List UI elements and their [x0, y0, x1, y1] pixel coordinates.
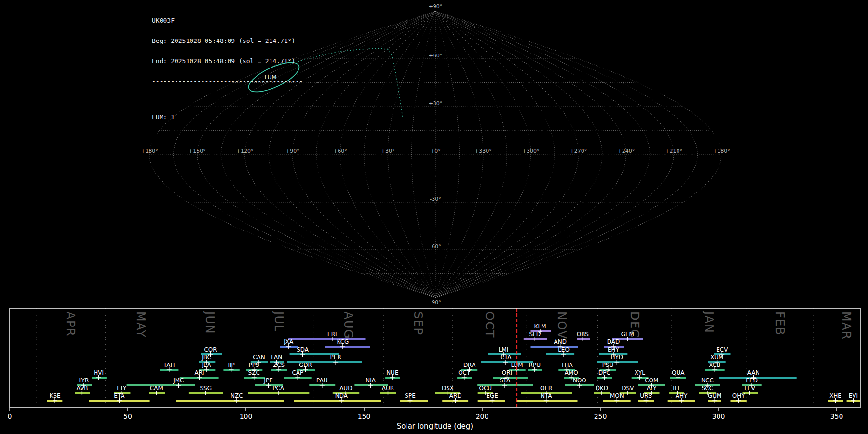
- grid-meridian: [435, 11, 650, 298]
- shower-GUM: GUM: [708, 393, 721, 403]
- shower-CTA: CTA: [481, 354, 533, 365]
- shower-code-label: NCC: [701, 377, 714, 384]
- lon-label: +240°: [617, 148, 635, 154]
- shower-code-label: DKD: [596, 385, 608, 392]
- shower-code-label: OHY: [732, 393, 745, 399]
- shower-code-label: TAH: [163, 362, 175, 368]
- shower-code-label: GUM: [708, 393, 721, 399]
- shower-IIP: IIP: [223, 362, 239, 372]
- shower-SSG: SSG: [189, 385, 223, 395]
- shower-code-label: OCT: [458, 369, 471, 376]
- lon-label: +210°: [665, 148, 682, 154]
- lon-label: +30°: [381, 148, 395, 154]
- shower-code-label: PER: [330, 354, 341, 361]
- shower-code-label: STA: [500, 377, 511, 384]
- shower-AND: AND: [531, 339, 578, 349]
- axis-tick-label: 250: [594, 412, 607, 420]
- shower-code-label: JEA: [201, 362, 211, 368]
- axis-tick-label: 300: [712, 412, 725, 420]
- shower-code-label: PAU: [316, 377, 327, 384]
- shower-XHE: XHE: [828, 393, 843, 403]
- shower-code-label: NTA: [541, 393, 552, 399]
- shower-code-label: OBS: [577, 331, 589, 338]
- shower-code-label: DSX: [442, 385, 454, 392]
- grid-meridian: [435, 11, 555, 298]
- shower-code-label: AAN: [747, 369, 760, 376]
- info-panel: UK003F Beg: 20251028 05:48:09 (sol = 214…: [152, 4, 303, 134]
- shower-XCB: XCB: [705, 362, 725, 372]
- shower-code-label: SCC: [702, 385, 713, 392]
- shower-NTA: NTA: [516, 393, 578, 403]
- shower-code-label: EVI: [849, 393, 858, 399]
- shower-CAM: CAM: [149, 385, 165, 395]
- month-label-JUL: JUL: [272, 311, 285, 332]
- lon-label: +300°: [522, 148, 540, 154]
- shower-code-label: ZCS: [273, 362, 285, 368]
- month-label-NOV: NOV: [555, 312, 569, 339]
- shower-code-label: AUR: [382, 385, 394, 392]
- shower-NZC: NZC: [176, 393, 284, 403]
- shower-code-label: SZC: [248, 369, 260, 376]
- shower-code-label: FED: [746, 377, 758, 384]
- shower-code-label: AVB: [76, 385, 88, 392]
- shower-OCT: OCT: [457, 369, 472, 380]
- shower-code-label: DSV: [622, 385, 634, 392]
- activity-timeline: APRMAYJUNJULAUGSEPOCTNOVDECJANFEBMARKLME…: [8, 308, 860, 431]
- shower-code-label: FEV: [744, 385, 755, 392]
- shower-code-label: LYR: [79, 377, 89, 384]
- shower-QUA: QUA: [670, 369, 686, 380]
- shower-code-label: QUA: [672, 369, 685, 376]
- shower-DPC: DPC: [597, 369, 612, 380]
- shower-code-label: COR: [204, 346, 217, 353]
- shower-code-label: MON: [610, 393, 624, 399]
- shower-code-label: CTA: [501, 354, 512, 361]
- shower-CAP: CAP: [284, 369, 311, 380]
- shower-code-label: ARI: [194, 369, 204, 376]
- beg-line: Beg: 20251028 05:48:09 (sol = 214.71°): [152, 38, 303, 44]
- shower-code-label: LEO: [558, 346, 570, 353]
- axis-tick-label: 100: [240, 412, 253, 420]
- month-label-FEB: FEB: [773, 312, 787, 336]
- grid-meridian: [435, 11, 483, 298]
- lat-label: +30°: [429, 100, 443, 107]
- shower-code-label: GDR: [299, 362, 312, 368]
- shower-OHY: OHY: [731, 393, 747, 403]
- axis-tick-label: 150: [358, 412, 371, 420]
- shower-MON: MON: [603, 393, 630, 403]
- shower-LEO: LEO: [546, 346, 574, 357]
- month-label-APR: APR: [64, 312, 77, 337]
- month-label-OCT: OCT: [483, 312, 496, 338]
- shower-KCG: KCG: [325, 339, 370, 349]
- shower-code-label: THA: [560, 362, 573, 368]
- shower-code-label: JPE: [263, 377, 272, 384]
- shower-PER: PER: [287, 354, 362, 365]
- pole-label-north: +90°: [429, 3, 443, 10]
- shower-code-label: ARD: [449, 393, 462, 399]
- shower-code-label: HYD: [611, 354, 624, 361]
- axis-tick-label: 200: [476, 412, 489, 420]
- shower-code-label: AUD: [339, 385, 352, 392]
- shower-TAH: TAH: [160, 362, 178, 372]
- shower-code-label: NOO: [573, 377, 586, 384]
- shower-code-label: ILE: [673, 385, 681, 392]
- shower-code-label: OER: [540, 385, 552, 392]
- shower-code-label: XUM: [710, 354, 723, 361]
- lon-label: +0°: [430, 148, 441, 154]
- shower-code-label: RPU: [529, 362, 541, 368]
- shower-PCA: PCA: [248, 385, 309, 395]
- shower-NUE: NUE: [385, 369, 400, 380]
- shower-code-label: AND: [554, 339, 566, 345]
- shower-ARD: ARD: [442, 393, 468, 403]
- lon-label: +60°: [333, 148, 347, 154]
- month-label-JAN: JAN: [702, 311, 716, 334]
- shower-code-label: JBC: [201, 354, 211, 361]
- shower-code-label: SSG: [200, 385, 212, 392]
- shower-code-label: ALY: [647, 385, 657, 392]
- lon-label: +180°: [141, 148, 158, 154]
- shower-code-label: FAN: [271, 354, 282, 361]
- shower-URS: URS: [638, 393, 654, 403]
- shower-code-label: SDA: [297, 346, 309, 353]
- plot-canvas: +90°-90°+60°+30°-30°-60°+180°+150°+120°+…: [0, 0, 868, 434]
- shower-code-label: OCU: [479, 385, 492, 392]
- shower-code-label: EGE: [486, 393, 498, 399]
